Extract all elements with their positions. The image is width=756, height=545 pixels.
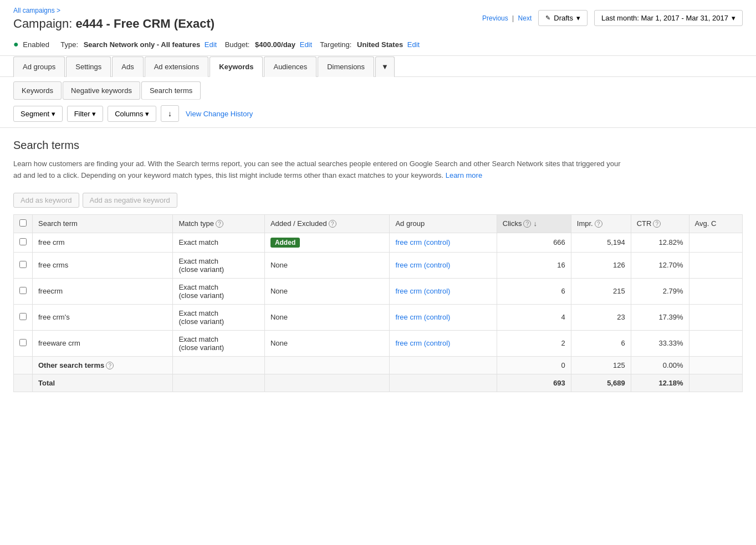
total-clicks: 693 (497, 374, 571, 392)
view-change-history-link[interactable]: View Change History (186, 110, 253, 118)
search-term-cell: free crms (33, 252, 173, 278)
tab-dimensions[interactable]: Dimensions (318, 56, 374, 77)
col-header-checkbox[interactable] (14, 214, 33, 233)
col-header-added_excluded: Added / Excluded? (264, 214, 390, 233)
top-bar-right: Previous | Next ✎ Drafts ▾ Last month: M… (482, 10, 743, 26)
sub-tab-negative-keywords[interactable]: Negative keywords (63, 81, 140, 100)
help-icon-impr[interactable]: ? (595, 220, 602, 228)
columns-label: Columns ▾ (115, 110, 149, 118)
match-type-cell: Exact match(close variant) (173, 304, 264, 330)
section-desc-text: Learn how customers are finding your ad.… (13, 160, 621, 179)
avg-cpc-cell (689, 233, 742, 252)
breadcrumb[interactable]: All campaigns > (13, 7, 214, 14)
impr-cell: 5,194 (571, 233, 631, 252)
previous-link[interactable]: Previous (482, 14, 508, 22)
total-impr: 5,689 (571, 374, 631, 392)
ad-group-link[interactable]: free crm (control) (395, 261, 450, 269)
learn-more-link[interactable]: Learn more (446, 171, 482, 179)
tab-keywords[interactable]: Keywords (210, 56, 263, 77)
segment-button[interactable]: Segment ▾ (13, 106, 63, 122)
add-as-negative-keyword-button[interactable]: Add as negative keyword (83, 193, 177, 208)
ad-group-cell: free crm (control) (390, 252, 497, 278)
table-row: free crm'sExact match(close variant)None… (14, 304, 743, 330)
other-search-terms-help-icon[interactable]: ? (106, 362, 114, 369)
sub-tab-search-terms[interactable]: Search terms (141, 81, 201, 100)
impr-cell: 6 (571, 330, 631, 356)
ctr-cell: 12.70% (631, 252, 689, 278)
other-ctr: 0.00% (631, 356, 689, 374)
select-all-checkbox[interactable] (19, 219, 27, 227)
search-term-cell: freecrm (33, 278, 173, 304)
tab-ad-extensions[interactable]: Ad extensions (145, 56, 209, 77)
download-button[interactable]: ↓ (161, 105, 179, 122)
drafts-button[interactable]: ✎ Drafts ▾ (538, 10, 588, 26)
ad-group-link[interactable]: free crm (control) (395, 313, 450, 321)
help-icon-clicks[interactable]: ? (523, 220, 531, 228)
clicks-cell: 16 (497, 252, 571, 278)
match-type-cell: Exact match(close variant) (173, 252, 264, 278)
budget-edit-link[interactable]: Edit (300, 40, 312, 49)
row-checkbox-2[interactable] (19, 287, 27, 294)
budget-label: Budget: (225, 40, 250, 49)
clicks-cell: 4 (497, 304, 571, 330)
row-checkbox-0[interactable] (19, 238, 27, 245)
avg-cpc-cell (689, 278, 742, 304)
ctr-cell: 17.39% (631, 304, 689, 330)
ad-group-link[interactable]: free crm (control) (395, 287, 450, 295)
page-title-prefix: Campaign: (13, 17, 72, 30)
impr-cell: 215 (571, 278, 631, 304)
next-link[interactable]: Next (518, 14, 532, 22)
match-type-cell: Exact match(close variant) (173, 278, 264, 304)
row-checkbox-3[interactable] (19, 313, 27, 320)
added-excluded-cell: None (264, 304, 390, 330)
row-checkbox-1[interactable] (19, 261, 27, 268)
nav-separator: | (512, 14, 514, 22)
sub-tab-keywords[interactable]: Keywords (13, 81, 62, 100)
targeting-edit-link[interactable]: Edit (407, 40, 420, 49)
row-checkbox-4[interactable] (19, 339, 27, 346)
section-description: Learn how customers are finding your ad.… (13, 158, 623, 182)
tab-ad-groups[interactable]: Ad groups (13, 56, 65, 77)
row-checkbox-cell-1 (14, 252, 33, 278)
type-value: Search Network only - All features (84, 40, 200, 49)
date-range-button[interactable]: Last month: Mar 1, 2017 - Mar 31, 2017 ▾ (594, 10, 743, 26)
action-buttons: Add as keyword Add as negative keyword (13, 193, 743, 208)
impr-cell: 23 (571, 304, 631, 330)
added-badge: Added (270, 238, 300, 248)
col-header-ctr: CTR? (631, 214, 689, 233)
add-as-keyword-button[interactable]: Add as keyword (13, 193, 79, 208)
row-checkbox-cell-4 (14, 330, 33, 356)
top-bar: All campaigns > Campaign: e444 - Free CR… (0, 0, 756, 35)
other-row-empty-cell-2 (390, 356, 497, 374)
added-excluded-cell: None (264, 330, 390, 356)
other-row-checkbox-cell (14, 356, 33, 374)
tab-settings[interactable]: Settings (66, 56, 111, 77)
col-header-ad_group: Ad group (390, 214, 497, 233)
other-search-terms-row: Other search terms?01250.00% (14, 356, 743, 374)
tab-[interactable]: ▼ (375, 56, 395, 77)
ad-group-cell: free crm (control) (390, 278, 497, 304)
ad-group-link[interactable]: free crm (control) (395, 339, 450, 347)
help-icon-match_type[interactable]: ? (216, 220, 223, 228)
columns-button[interactable]: Columns ▾ (108, 106, 156, 122)
filter-button[interactable]: Filter ▾ (67, 106, 104, 122)
ad-group-link[interactable]: free crm (control) (395, 238, 450, 246)
clicks-cell: 2 (497, 330, 571, 356)
download-icon: ↓ (168, 109, 172, 118)
tab-ads[interactable]: Ads (112, 56, 143, 77)
match-type-cell: Exact match(close variant) (173, 330, 264, 356)
help-icon-added_excluded[interactable]: ? (329, 220, 336, 228)
targeting-label: Targeting: (320, 40, 351, 49)
type-label: Type: (60, 40, 78, 49)
tab-audiences[interactable]: Audiences (264, 56, 316, 77)
row-checkbox-cell-0 (14, 233, 33, 252)
added-excluded-cell: None (264, 278, 390, 304)
other-row-empty-cell-0 (173, 356, 264, 374)
ad-group-cell: free crm (control) (390, 233, 497, 252)
total-empty-cell-0 (173, 374, 264, 392)
help-icon-ctr[interactable]: ? (653, 220, 661, 228)
total-row: Total6935,68912.18% (14, 374, 743, 392)
ctr-cell: 12.82% (631, 233, 689, 252)
type-edit-link[interactable]: Edit (205, 40, 217, 49)
added-excluded-cell: Added (264, 233, 390, 252)
